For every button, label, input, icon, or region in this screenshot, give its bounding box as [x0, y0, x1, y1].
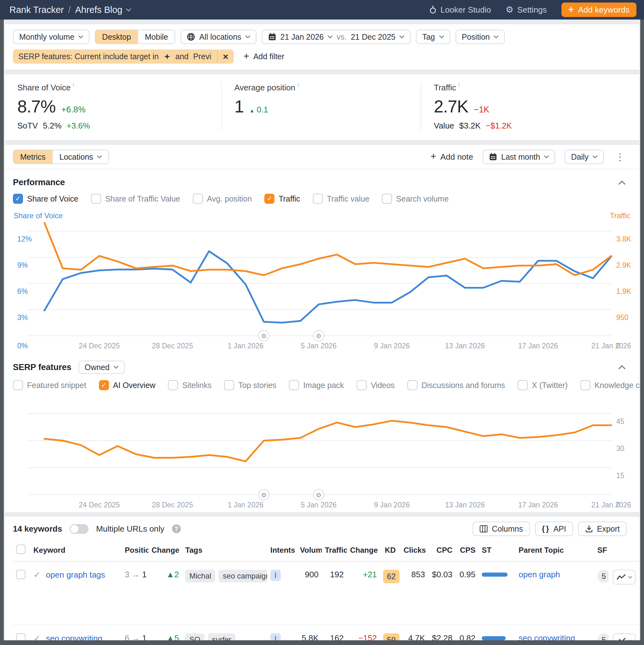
column-header-tags[interactable]: Tags [182, 541, 267, 561]
serp-checkbox-sitelinks[interactable]: Sitelinks [168, 380, 211, 390]
column-header-clicks[interactable]: Clicks [400, 541, 428, 561]
collapse-serp-button[interactable] [619, 365, 625, 370]
remove-filter-button[interactable]: × [217, 51, 228, 62]
column-header-position[interactable]: Position [122, 541, 148, 561]
performance-checkbox-share-of-traffic-value[interactable]: Share of Traffic Value [91, 194, 180, 204]
column-header-intents[interactable]: Intents [267, 541, 297, 561]
right-axis-tick: 30 [616, 444, 625, 453]
serp-checkbox-videos[interactable]: Videos [357, 380, 395, 390]
project-switcher[interactable]: Ahrefs Blog [75, 5, 131, 15]
column-header-kd[interactable]: KD [380, 541, 400, 561]
keyword-link[interactable]: seo copywriting [46, 634, 103, 641]
performance-checkbox-traffic[interactable]: ✓Traffic [264, 194, 300, 204]
position-filter-dropdown[interactable]: Position [456, 30, 505, 44]
column-header-label: Intents [270, 546, 295, 554]
keyword-chart-button[interactable] [613, 570, 636, 585]
device-option-mobile[interactable]: Mobile [138, 30, 175, 43]
api-button[interactable]: { } API [535, 521, 573, 536]
chevron-up-icon [619, 365, 625, 370]
date-range-dropdown[interactable]: Last month [483, 150, 555, 164]
row-checkbox[interactable] [16, 633, 25, 640]
tag-pill-michal[interactable]: Michal [185, 570, 215, 582]
column-header-traffic[interactable]: Traffic▼ [322, 541, 347, 561]
note-marker-gear-icon: ⚙ [261, 492, 267, 498]
checkbox-box [518, 380, 528, 390]
arrow-right-icon: → [129, 633, 142, 640]
tag-pill-sq[interactable]: SQ [185, 633, 204, 640]
serp-checkbox-featured-snippet[interactable]: Featured snippet [13, 380, 86, 390]
serp-checkbox-top-stories[interactable]: Top stories [224, 380, 276, 390]
topbar-actions: Looker Studio ⚙ Settings + Add keywords [429, 3, 636, 17]
note-marker-gear-icon: ⚙ [316, 333, 322, 340]
parent-topic-link[interactable]: open graph [519, 570, 560, 579]
parent-topic-link[interactable]: seo copywriting [519, 633, 575, 640]
performance-checkbox-avg-position[interactable]: Avg. position [193, 194, 252, 204]
settings-button[interactable]: ⚙ Settings [506, 5, 547, 15]
keyword-chart-button[interactable] [613, 633, 636, 640]
serp-checkbox-ai-overview[interactable]: ✓AI Overview [99, 380, 156, 390]
owned-dropdown[interactable]: Owned [78, 361, 125, 374]
column-header-change[interactable]: Change [148, 541, 182, 561]
help-icon[interactable]: ? [172, 524, 181, 533]
multiple-urls-toggle[interactable] [69, 524, 89, 534]
charts-card: Metrics Locations + Add note Last month [5, 145, 639, 512]
tag-pill-surfer[interactable]: surfer [208, 633, 235, 640]
right-axis-tick: 45 [616, 417, 625, 425]
tab-metrics[interactable]: Metrics [14, 150, 52, 164]
column-header-volume[interactable]: Volume [297, 541, 322, 561]
column-header-select[interactable] [13, 541, 30, 561]
tab-locations[interactable]: Locations [52, 150, 108, 164]
keyword-link[interactable]: open graph tags [46, 570, 105, 580]
chevron-down-icon [399, 35, 404, 38]
column-header-parent_topic[interactable]: Parent Topic [515, 541, 594, 561]
serp-features-count[interactable]: 5 [597, 570, 608, 583]
column-header-st[interactable]: ST [479, 541, 515, 561]
column-header-label: CPC [436, 546, 453, 554]
checkbox-label: Sitelinks [182, 381, 211, 390]
performance-checkbox-traffic-value[interactable]: Traffic value [313, 194, 369, 204]
column-header-keyword[interactable]: Keyword [30, 541, 122, 561]
x-axis-tick: 21 Jan 2026 [591, 342, 631, 350]
add-keywords-button[interactable]: + Add keywords [561, 3, 636, 17]
column-header-traffic_change[interactable]: Change [347, 541, 380, 561]
column-header-sf[interactable]: SF [594, 541, 608, 561]
checkbox-label: Traffic value [327, 194, 369, 203]
serp-checkbox-discussions-and-forums[interactable]: Discussions and forums [408, 380, 505, 390]
serp-features-count[interactable]: 5 [597, 633, 608, 640]
row-checkbox[interactable] [16, 570, 25, 579]
info-icon[interactable]: i [458, 81, 460, 91]
performance-checkbox-share-of-voice[interactable]: ✓Share of Voice [13, 194, 78, 204]
volume-mode-dropdown[interactable]: Monthly volume [13, 30, 90, 44]
granularity-dropdown[interactable]: Daily [565, 150, 604, 164]
cell-change: ▲2 [148, 561, 182, 625]
info-icon[interactable]: i [73, 81, 74, 91]
serp-features-chart[interactable]: 453015024 Dec 202528 Dec 20251 Jan 20265… [5, 401, 639, 509]
device-option-desktop[interactable]: Desktop [96, 30, 138, 43]
columns-button[interactable]: Columns [473, 521, 530, 536]
serp-checkbox-knowledge-card[interactable]: Knowledge card [580, 380, 640, 390]
tag-filter-dropdown[interactable]: Tag [416, 30, 450, 44]
position-to: 1 [142, 570, 147, 579]
info-icon[interactable]: i [297, 81, 299, 91]
select-all-checkbox[interactable] [16, 545, 25, 554]
performance-chart[interactable]: 12%3.8K9%2.9K6%1.9K3%9500%024 Dec 202528… [5, 220, 639, 350]
breadcrumb-root[interactable]: Rank Tracker [9, 5, 64, 15]
add-filter-button[interactable]: + Add filter [244, 52, 285, 61]
looker-studio-button[interactable]: Looker Studio [429, 5, 491, 15]
charts-toolbar: Metrics Locations + Add note Last month [5, 145, 639, 170]
column-header-cpc[interactable]: CPC [428, 541, 456, 561]
serp-checkbox-image-pack[interactable]: Image pack [289, 380, 344, 390]
tag-pill-seo-campaign[interactable]: seo campaign [219, 570, 267, 582]
column-header-cps[interactable]: CPS [456, 541, 479, 561]
date-compare-picker[interactable]: 21 Jan 2026 vs. 21 Dec 2025 [262, 30, 411, 44]
serp-checkbox-x-twitter[interactable]: X (Twitter) [518, 380, 568, 390]
sotv-change: +3.6% [66, 121, 90, 131]
serp-section-header: SERP features Owned [5, 350, 639, 375]
add-note-button[interactable]: + Add note [431, 152, 473, 162]
collapse-performance-button[interactable] [619, 181, 625, 185]
export-button[interactable]: Export [578, 521, 627, 536]
more-options-button[interactable]: ⋮ [613, 151, 627, 163]
serp-features-filter-chip[interactable]: SERP features: Current include target in… [13, 49, 234, 64]
locations-dropdown[interactable]: All locations [180, 30, 256, 44]
performance-checkbox-search-volume[interactable]: Search volume [382, 194, 449, 204]
